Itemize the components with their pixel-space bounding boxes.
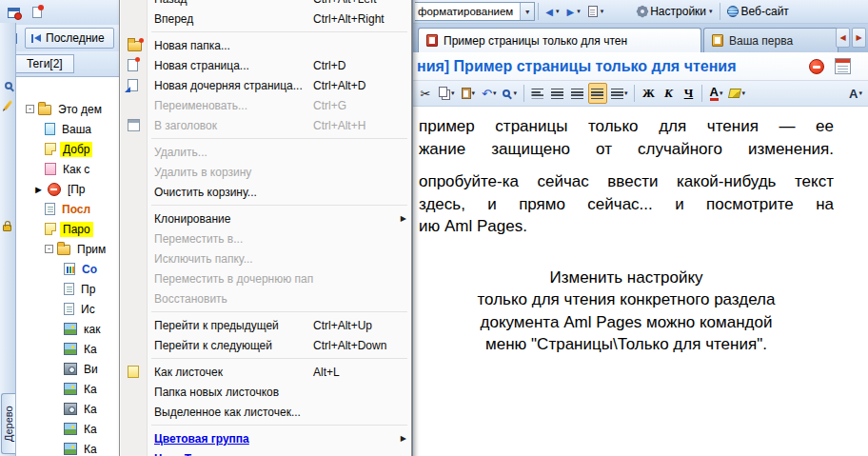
menu-item-0[interactable]: НазадCtrl+Alt+Left [121, 0, 410, 9]
scissors-icon: ✂ [421, 87, 431, 101]
menu-item-9[interactable]: Удалить... [121, 142, 410, 162]
menu-item-label: Папка новых листочков [154, 386, 313, 399]
page-tab-0[interactable]: Пример страницы только для чтен [418, 28, 701, 52]
menu-item-4[interactable]: Новая страница...Ctrl+D [121, 55, 410, 75]
website-button[interactable]: Веб-сайт [723, 2, 793, 22]
menu-item-label: Вперед [154, 12, 313, 26]
tree-item-label: [Пр [65, 182, 89, 197]
header-icon [128, 119, 140, 131]
tree-item-label: Ка [81, 382, 100, 397]
menu-item-22[interactable]: Как листочекAlt+L [121, 362, 410, 382]
tree-item-label: Ви [81, 362, 101, 377]
menu-item-20[interactable]: Перейти к следующейCtrl+Alt+Down [121, 335, 410, 355]
menu-item-26[interactable]: Цветовая группа▶ [121, 428, 410, 448]
tree-item-label: Ка [81, 342, 100, 357]
menu-item-11[interactable]: Очистить корзину... [121, 182, 410, 202]
find-button[interactable]: ▾ [500, 83, 520, 104]
image-icon [64, 443, 77, 455]
list-button[interactable]: ▾ [608, 83, 631, 104]
menu-item-3[interactable]: Новая папка... [121, 35, 410, 55]
menu-item-5[interactable]: Новая дочерняя страница...Ctrl+Alt+D [121, 75, 410, 95]
bold-button[interactable]: Ж [639, 83, 658, 104]
font-color-label: А [710, 86, 719, 101]
aml-pages-window: Последние ◀ Теги[2] Дерево -Это демВашаД… [0, 0, 868, 456]
toolbar-separator [634, 85, 635, 102]
window-tool-button[interactable] [4, 3, 23, 22]
gear-icon [638, 7, 647, 16]
magnifier-icon [5, 82, 12, 89]
tree-expander-icon[interactable]: - [45, 245, 53, 253]
highlight-button[interactable]: ▾ [726, 83, 748, 104]
paste-button[interactable]: ▾ [459, 83, 479, 104]
recent-button[interactable]: Последние [25, 28, 114, 49]
strip-search-button[interactable] [1, 78, 15, 93]
menu-item-19[interactable]: Перейти к предыдущейCtrl+Alt+Up [121, 315, 410, 335]
menu-item-10[interactable]: Удалить в корзину [121, 162, 410, 182]
text-line: здесь, и прямо сейчас... и посмотрите на [419, 193, 834, 216]
tags-button[interactable]: Теги[2] [15, 54, 74, 73]
font-color-button[interactable]: А▾ [706, 83, 725, 104]
settings-button[interactable]: Настройки ▾ [634, 2, 716, 22]
menu-item-16[interactable]: Переместить в дочернюю папку [121, 268, 410, 288]
notes-button[interactable]: ▾ [584, 2, 608, 22]
align-left-button[interactable] [528, 83, 547, 104]
menu-item-23[interactable]: Папка новых листочков [121, 382, 410, 402]
page-child-icon [128, 79, 138, 91]
nav-forward-button[interactable]: ▶▾ [562, 2, 583, 22]
align-center-button[interactable] [548, 83, 567, 104]
menu-item-label: Цвет Текста [154, 452, 313, 456]
align-justify-button[interactable] [588, 83, 607, 104]
page-icon [64, 303, 74, 315]
submenu-arrow-icon: ▶ [401, 434, 406, 443]
document-tool-button[interactable] [28, 3, 47, 22]
menu-item-7[interactable]: В заголовокCtrl+Alt+H [121, 115, 410, 135]
menu-item-15[interactable]: Исключить папку... [121, 248, 410, 268]
marker-icon [728, 89, 741, 98]
copy-button[interactable]: ▾ [436, 83, 458, 104]
menu-separator [121, 135, 410, 142]
page-tab-1[interactable]: Ваша перва [703, 28, 838, 52]
undo-button[interactable]: ↶▾ [479, 83, 499, 104]
format-toolbar: ✂ ▾ ▾ ↶▾ ▾ ▾ Ж К Ч А▾ ▾ А▾ [413, 81, 868, 107]
dropdown-arrow-icon: ▾ [720, 89, 723, 97]
menu-item-label: Клонирование [154, 212, 313, 226]
page-content[interactable]: пример страницы только для чтения — еежа… [413, 107, 868, 456]
dropdown-arrow-icon: ▾ [556, 8, 560, 15]
menu-item-shortcut: Ctrl+D [313, 59, 404, 72]
menu-item-27[interactable]: Цвет Текста▶ [121, 448, 410, 456]
text-line: жание защищено от случайного изменения. [419, 138, 834, 161]
menu-item-6[interactable]: Переименовать...Ctrl+G [121, 95, 410, 115]
menu-item-14[interactable]: Переместить в... [121, 228, 410, 248]
tab-scroll-left-button[interactable]: ◀ [836, 28, 850, 48]
menu-item-shortcut: Ctrl+Alt+Left [313, 0, 404, 6]
page-icon [45, 203, 55, 215]
tree-item-label: Добр [60, 142, 92, 157]
menu-item-1[interactable]: ВпередCtrl+Alt+Right [121, 9, 410, 29]
cut-button[interactable]: ✂ [416, 83, 435, 104]
paste-mode-combo[interactable]: форматированием ▼ [415, 2, 535, 21]
italic-button[interactable]: К [659, 83, 678, 104]
text-line: документа Aml Pages можно командой [419, 311, 834, 334]
font-button[interactable]: А▾ [846, 83, 865, 104]
tab-scroll-right-button[interactable]: ▶ [852, 28, 866, 48]
page-tab-label: Пример страницы только для чтен [444, 34, 627, 48]
tree-item-label: Ваша [59, 122, 94, 137]
menu-item-label: Переместить в дочернюю папку [154, 272, 313, 286]
page-title: ния] Пример страницы только для чтения [417, 58, 737, 75]
note-yellow-icon [128, 366, 139, 378]
tree-item-label: Ка [81, 402, 100, 417]
calendar-icon[interactable] [835, 58, 851, 74]
nav-back-button[interactable]: ◀▾ [542, 2, 562, 22]
tree-item-label: Паро [60, 222, 93, 237]
menu-item-24[interactable]: Выделенное как листочек... [121, 402, 410, 422]
align-right-button[interactable] [568, 83, 587, 104]
underline-button[interactable]: Ч [679, 83, 698, 104]
tree-dock-tab[interactable]: Дерево [1, 393, 15, 454]
tree-item-label: Прим [74, 242, 108, 257]
menu-item-17[interactable]: Восстановить [121, 288, 410, 308]
menu-item-13[interactable]: Клонирование▶ [121, 208, 410, 228]
tree-expander-icon[interactable]: - [26, 105, 34, 113]
strip-edit-button[interactable] [1, 97, 15, 112]
page-tab-bar: Пример страницы только для чтенВаша перв… [413, 24, 868, 52]
menu-item-shortcut: Ctrl+Alt+H [313, 119, 404, 132]
